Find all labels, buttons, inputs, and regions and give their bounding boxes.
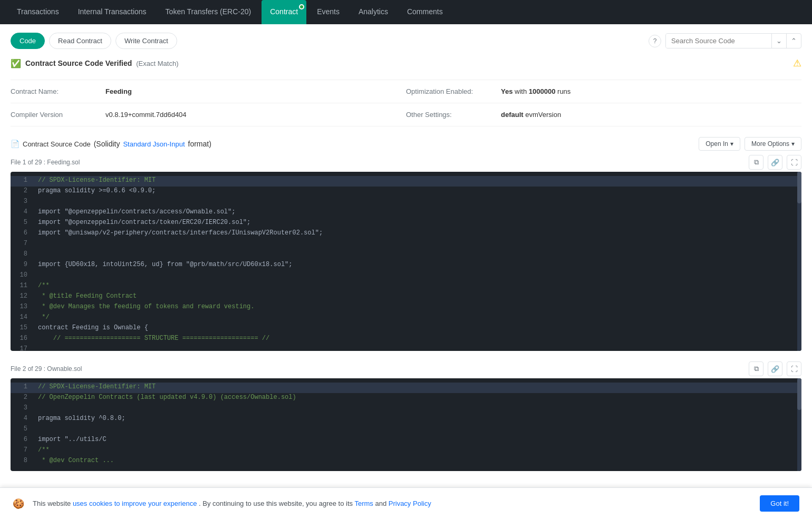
subtab-read-contract[interactable]: Read Contract: [49, 33, 111, 49]
expand-file1-button[interactable]: ⛶: [787, 155, 801, 170]
tab-contract[interactable]: Contract: [262, 0, 306, 24]
link-file1-button[interactable]: 🔗: [768, 155, 782, 170]
code-line: 12 * @title Feeding Contract: [11, 292, 801, 302]
open-in-button[interactable]: Open In ▾: [699, 137, 740, 151]
file2-scrollbar[interactable]: [797, 378, 801, 471]
code-line: 13 * @dev Manages the feeding of tokens …: [11, 302, 801, 313]
search-area: ? ⌄ ⌃: [649, 33, 801, 48]
line-content: [34, 404, 801, 405]
code-line: 5: [11, 425, 801, 435]
tab-internal-transactions[interactable]: Internal Transactions: [70, 0, 155, 24]
code-line: 3: [11, 197, 801, 208]
code-line: 7: [11, 239, 801, 250]
copy-file1-button[interactable]: ⧉: [749, 155, 763, 170]
line-number: 8: [11, 250, 34, 258]
expand-file2-button[interactable]: ⛶: [787, 361, 801, 376]
source-header: 📄 Contract Source Code (Solidity Standar…: [11, 137, 801, 151]
code-line: 10: [11, 271, 801, 281]
copy-file2-button[interactable]: ⧉: [749, 361, 763, 376]
code-line: 6import "@uniswap/v2-periphery/contracts…: [11, 229, 801, 239]
line-content: */: [34, 313, 801, 321]
subtab-write-contract[interactable]: Write Contract: [115, 33, 177, 49]
file1-label-text: File 1 of 29 : Feeding.sol: [11, 159, 80, 166]
line-number: 6: [11, 229, 34, 237]
line-number: 1: [11, 176, 34, 184]
optimization-label: Optimization Enabled:: [406, 87, 501, 95]
help-button[interactable]: ?: [649, 35, 661, 47]
sub-tabs-row: Code Read Contract Write Contract ? ⌄ ⌃: [11, 33, 801, 49]
code-line: 4import "@openzeppelin/contracts/access/…: [11, 208, 801, 218]
verified-sub-text: (Exact Match): [136, 60, 178, 67]
source-section: 📄 Contract Source Code (Solidity Standar…: [11, 137, 801, 471]
code-line: 11/**: [11, 281, 801, 292]
contract-info-grid: Contract Name: Feeding Optimization Enab…: [11, 80, 801, 126]
line-number: 9: [11, 260, 34, 269]
file1-label-row: File 1 of 29 : Feeding.sol ⧉ 🔗 ⛶: [11, 155, 801, 170]
source-icon: 📄: [11, 140, 20, 148]
code-line: 4pragma solidity ^0.8.0;: [11, 414, 801, 425]
line-content: // SPDX-License-Identifier: MIT: [34, 383, 801, 391]
other-settings-label: Other Settings:: [406, 111, 501, 119]
verified-banner: ✅ Contract Source Code Verified (Exact M…: [11, 57, 801, 69]
line-content: import "@uniswap/v2-periphery/contracts/…: [34, 229, 801, 237]
more-options-button[interactable]: More Options ▾: [745, 137, 801, 151]
code-line: 6import "../utils/C: [11, 435, 801, 446]
line-number: 5: [11, 425, 34, 433]
file1-pre: 1// SPDX-License-Identifier: MIT2pragma …: [11, 172, 801, 351]
line-content: contract Feeding is Ownable {: [34, 324, 801, 332]
line-content: * @title Feeding Contract: [34, 292, 801, 300]
search-expand-up[interactable]: ⌃: [786, 34, 801, 48]
warning-icon: ⚠: [793, 57, 801, 69]
top-tabs: Transactions Internal Transactions Token…: [0, 0, 812, 24]
tab-token-transfers[interactable]: Token Transfers (ERC-20): [157, 0, 260, 24]
compiler-row: Compiler Version v0.8.19+commit.7dd6d404: [11, 103, 406, 126]
code-line: 8 * @dev Contract ...: [11, 456, 801, 467]
source-post: format): [188, 140, 211, 148]
verified-check-icon: ✅: [11, 58, 21, 68]
line-content: import "@openzeppelin/contracts/access/O…: [34, 208, 801, 216]
tab-comments[interactable]: Comments: [399, 0, 451, 24]
tab-transactions[interactable]: Transactions: [8, 0, 67, 24]
line-number: 13: [11, 302, 34, 311]
compiler-value: v0.8.19+commit.7dd6d404: [105, 111, 187, 119]
line-number: 15: [11, 324, 34, 332]
line-number: 2: [11, 393, 34, 402]
line-number: 12: [11, 292, 34, 300]
line-content: [34, 239, 801, 240]
contract-name-label: Contract Name:: [11, 87, 105, 95]
search-input[interactable]: [666, 34, 771, 48]
optimization-value: Yes with 1000000 runs: [501, 87, 571, 95]
line-content: [34, 425, 801, 426]
line-number: 1: [11, 383, 34, 391]
link-file2-button[interactable]: 🔗: [768, 361, 782, 376]
optimization-row: Optimization Enabled: Yes with 1000000 r…: [406, 80, 801, 103]
file2-actions: ⧉ 🔗 ⛶: [749, 361, 801, 376]
code-line: 16 // ==================== STRUCTURE ===…: [11, 334, 801, 345]
code-line: 5import "@openzeppelin/contracts/token/E…: [11, 218, 801, 229]
compiler-label: Compiler Version: [11, 111, 105, 119]
line-content: [34, 345, 801, 346]
standard-json-input-link[interactable]: Standard Json-Input: [123, 140, 185, 148]
line-number: 5: [11, 218, 34, 227]
file1-actions: ⧉ 🔗 ⛶: [749, 155, 801, 170]
line-number: 3: [11, 404, 34, 412]
file1-scrollbar[interactable]: [797, 172, 801, 351]
cookie-banner: 🍪 This website uses cookies to improve y…: [0, 487, 812, 490]
other-settings-value: default evmVersion: [501, 111, 561, 119]
tab-events[interactable]: Events: [308, 0, 348, 24]
line-number: 11: [11, 281, 34, 290]
line-content: [34, 197, 801, 198]
search-expand-down[interactable]: ⌄: [771, 34, 786, 48]
code-line: 2// OpenZeppelin Contracts (last updated…: [11, 393, 801, 404]
line-number: 2: [11, 187, 34, 195]
contract-verified-badge: [299, 4, 304, 9]
subtab-code[interactable]: Code: [11, 33, 45, 49]
line-number: 4: [11, 414, 34, 423]
line-content: [34, 271, 801, 272]
search-box: ⌄ ⌃: [665, 33, 801, 48]
code-line: 9import {UD60x18, intoUint256, ud} from …: [11, 260, 801, 271]
file2-label-text: File 2 of 29 : Ownable.sol: [11, 365, 82, 373]
line-content: import {UD60x18, intoUint256, ud} from "…: [34, 260, 801, 269]
tab-analytics[interactable]: Analytics: [350, 0, 397, 24]
line-number: 3: [11, 197, 34, 205]
